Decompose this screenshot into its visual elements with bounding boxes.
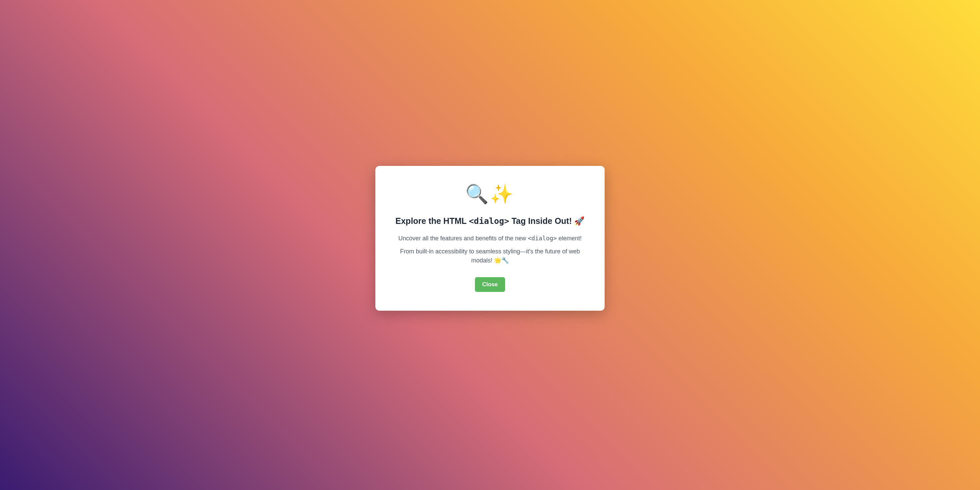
dialog-title-suffix: Tag Inside Out! 🚀	[509, 216, 584, 226]
dialog-modal: 🔍✨ Explore the HTML <dialog> Tag Inside …	[375, 166, 605, 311]
dialog-body1-prefix: Uncover all the features and benefits of…	[398, 235, 528, 242]
dialog-title: Explore the HTML <dialog> Tag Inside Out…	[389, 215, 591, 227]
dialog-body1-suffix: element!	[557, 235, 582, 242]
dialog-header-icons: 🔍✨	[389, 185, 591, 204]
dialog-title-prefix: Explore the HTML	[396, 216, 469, 226]
dialog-title-code: <dialog>	[469, 216, 509, 226]
dialog-body1-code: <dialog>	[528, 235, 557, 242]
dialog-body-line-1: Uncover all the features and benefits of…	[389, 234, 591, 243]
close-button[interactable]: Close	[475, 277, 505, 292]
dialog-body-line-2: From built-in accessibility to seamless …	[389, 247, 591, 265]
